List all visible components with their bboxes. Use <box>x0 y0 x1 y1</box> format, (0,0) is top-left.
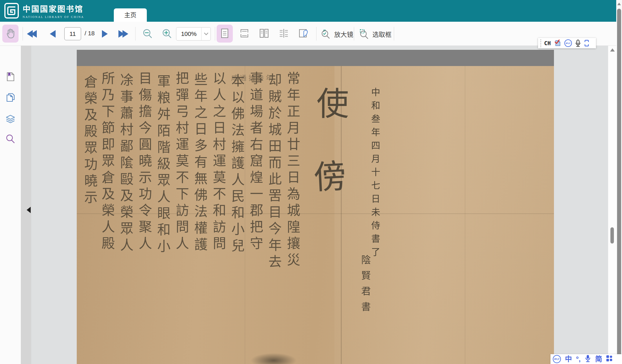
toolbar-separator <box>215 27 215 41</box>
last-page-button[interactable] <box>117 28 130 40</box>
manuscript-column: 凃事蕭村鄙隂毆及榮眾人 <box>116 73 135 255</box>
zoom-in-button[interactable] <box>161 28 173 40</box>
page-number-input[interactable] <box>64 27 81 40</box>
left-sidebar <box>0 46 21 364</box>
manuscript-column: 所乃下節即眾倉及榮人殿 <box>98 71 117 253</box>
ifly-logo-icon[interactable]: iFLY <box>553 355 561 363</box>
magnifier-label: 放大镜 <box>334 29 353 39</box>
selection-box-tool-button[interactable]: 选取框 <box>358 26 392 41</box>
manuscript-signature-column: 陰賢君書 <box>358 255 372 317</box>
microphone-icon[interactable] <box>575 39 581 47</box>
ime-microphone-button[interactable] <box>585 354 591 364</box>
manuscript-column: 却賊於城田而此罟目今年去 <box>264 73 283 271</box>
toolbar-separator <box>23 27 23 41</box>
document-viewer-canvas[interactable]: 咸通拾叁年 中和叁年四月十七日未侍書了 陰賢君書 使 傍 常年正月廿三日為城隍攘… <box>31 46 608 364</box>
manuscript-date-column: 中和叁年四月十七日未侍書了 <box>369 87 382 261</box>
zoom-level-value: 100% <box>176 30 201 37</box>
manuscript-heading-char: 傍 <box>312 150 347 198</box>
manuscript-column: 倉榮及殿眾功曉示 <box>80 75 99 207</box>
toolbar-separator <box>354 27 354 41</box>
layers-panel-icon[interactable] <box>6 114 15 124</box>
page-scrollbar-thumb[interactable] <box>617 9 621 363</box>
manuscript-column: 事道場者右窟煌一郡把守 <box>246 71 265 253</box>
ime-floating-toolbar[interactable]: CH iFLY <box>538 38 596 48</box>
page-scroll-up-arrow[interactable] <box>617 3 621 5</box>
hand-icon <box>6 28 15 39</box>
bookmarks-panel-icon[interactable] <box>6 72 15 82</box>
magnifier-icon <box>320 28 331 39</box>
next-page-button[interactable] <box>98 28 111 40</box>
thumbnails-panel-icon[interactable] <box>6 92 15 102</box>
facing-continuous-view-button[interactable] <box>276 25 292 43</box>
ime-language-indicator[interactable]: CH <box>544 40 551 46</box>
book-flip-icon <box>298 28 309 39</box>
app-header: 中国国家图书馆 NATIONAL LIBRARY OF CHINA 主页 <box>0 0 616 22</box>
single-page-icon <box>220 28 229 39</box>
ime-simplified-button[interactable]: 简 <box>595 356 602 363</box>
drag-handle-icon[interactable] <box>540 39 541 47</box>
chevron-down-icon <box>201 28 211 40</box>
manuscript-column: 把彈弓村運莫不下訪問人 <box>172 71 191 253</box>
ime-punctuation-button[interactable]: °, <box>576 356 581 363</box>
brand-title: 中国国家图书馆 <box>23 3 84 14</box>
search-panel-icon[interactable] <box>6 134 15 144</box>
tab-home[interactable]: 主页 <box>114 8 147 22</box>
ime-status-bar[interactable]: iFLY 中 °, 简 <box>550 354 622 364</box>
toolbar-separator <box>316 27 317 41</box>
scan-background-band <box>77 50 554 66</box>
ink-smudge <box>250 353 297 364</box>
book-flip-view-button[interactable] <box>295 25 312 43</box>
nlc-brand[interactable]: 中国国家图书馆 NATIONAL LIBRARY OF CHINA <box>4 2 84 19</box>
zoom-in-icon <box>162 29 172 39</box>
selection-box-label: 选取框 <box>372 29 392 39</box>
ime-menu-grid-icon[interactable] <box>606 355 613 363</box>
viewer-scrollbar-thumb[interactable] <box>610 227 614 244</box>
ifly-logo-icon[interactable]: iFLY <box>564 39 572 47</box>
paper-seam <box>465 66 465 364</box>
page-scrollbar[interactable] <box>616 0 622 364</box>
manuscript-column: 軍粮舛陌階級眾人眼和小 <box>153 74 172 256</box>
hand-tool-button[interactable] <box>2 25 19 43</box>
previous-page-button[interactable] <box>46 28 59 40</box>
magnifier-tool-button[interactable]: 放大镜 <box>320 26 353 41</box>
facing-continuous-icon <box>279 28 289 39</box>
toolbar-separator <box>135 27 136 41</box>
zoom-level-select[interactable]: 100% <box>176 27 211 41</box>
manuscript-column: 本以佛法擁護人民和小兒 <box>227 74 246 255</box>
page-total-label: / 18 <box>85 30 95 37</box>
first-page-button[interactable] <box>25 28 38 40</box>
continuous-view-button[interactable] <box>236 25 253 43</box>
zoom-out-icon <box>142 29 153 39</box>
manuscript-column: 些年之日多有無佛法權護 <box>190 72 209 254</box>
viewer-scrollbar[interactable] <box>608 46 616 364</box>
ime-expand-icon[interactable] <box>584 39 589 47</box>
app-window: 中国国家图书馆 NATIONAL LIBRARY OF CHINA 主页 / 1… <box>0 0 622 364</box>
paper-highlight <box>334 66 554 364</box>
toolbar-separator <box>394 27 394 41</box>
manuscript-column: 常年正月廿三日為城隍攘災 <box>283 71 302 269</box>
brand-text: 中国国家图书馆 NATIONAL LIBRARY OF CHINA <box>23 3 84 19</box>
single-page-view-button[interactable] <box>217 25 233 43</box>
facing-pages-icon <box>259 28 269 39</box>
manuscript-scan-image[interactable]: 咸通拾叁年 中和叁年四月十七日未侍書了 陰賢君書 使 傍 常年正月廿三日為城隍攘… <box>77 50 554 364</box>
manuscript-heading-char: 使 <box>317 78 349 125</box>
sidebar-gutter <box>21 46 31 364</box>
continuous-pages-icon <box>239 28 249 39</box>
nlc-logo-icon <box>4 2 19 19</box>
facing-pages-view-button[interactable] <box>256 25 272 43</box>
brand-subtitle: NATIONAL LIBRARY OF CHINA <box>23 15 84 19</box>
viewer-scroll-up-arrow[interactable] <box>610 48 615 52</box>
ime-chinese-mode-button[interactable]: 中 <box>565 356 572 363</box>
manuscript-column: 目傷擔今圓曉示功令聚人 <box>135 71 154 253</box>
manuscript-paper: 咸通拾叁年 中和叁年四月十七日未侍書了 陰賢君書 使 傍 常年正月廿三日為城隍攘… <box>77 66 554 364</box>
viewer-toolbar: / 18 100% <box>0 22 616 46</box>
ime-document-check-icon[interactable] <box>554 39 561 47</box>
sidebar-collapse-button[interactable] <box>27 207 31 213</box>
selection-box-icon <box>358 28 369 39</box>
zoom-out-button[interactable] <box>141 28 154 40</box>
manuscript-column: 以人之日村運莫不和訪問 <box>209 71 228 253</box>
